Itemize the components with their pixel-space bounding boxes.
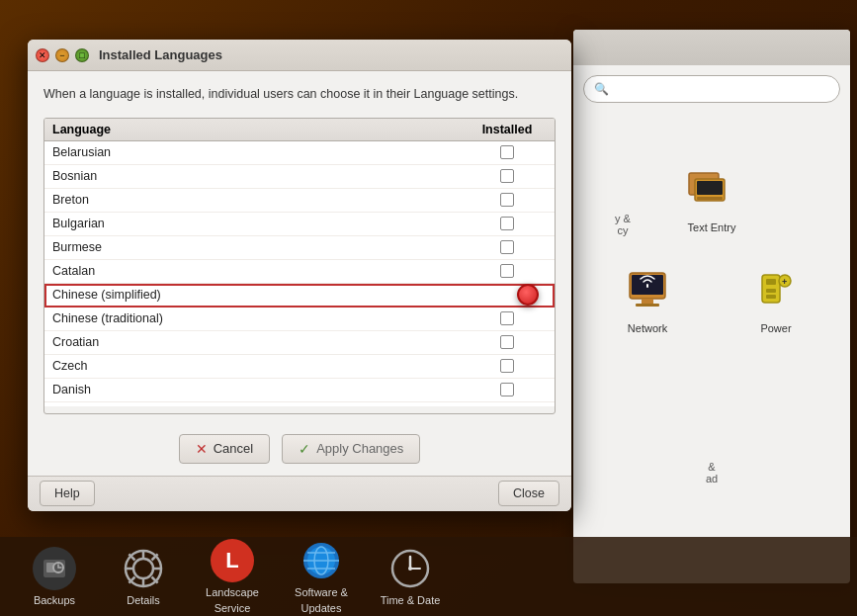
lang-name: Chinese (simplified) bbox=[52, 288, 468, 302]
lang-checkbox-cell bbox=[468, 264, 547, 278]
cancel-button[interactable]: ✕ Cancel bbox=[179, 434, 270, 464]
svg-rect-10 bbox=[766, 289, 776, 293]
taskbar-item-software[interactable]: Software & Updates bbox=[287, 539, 356, 614]
cursor-indicator bbox=[517, 284, 539, 306]
lang-name: Czech bbox=[52, 359, 468, 373]
dialog-description: When a language is installed, individual… bbox=[43, 85, 556, 104]
timedate-label: Time & Date bbox=[381, 594, 441, 606]
timedate-icon bbox=[388, 547, 432, 590]
settings-icon-power[interactable]: + Power bbox=[748, 263, 804, 334]
apply-icon: ✓ bbox=[299, 441, 310, 457]
lang-checkbox-cell bbox=[468, 217, 547, 230]
table-row[interactable]: Bosnian bbox=[44, 165, 555, 189]
taskbar-item-timedate[interactable]: Time & Date bbox=[376, 547, 445, 606]
partial-label-1: y &cy bbox=[583, 213, 662, 236]
svg-rect-2 bbox=[697, 181, 723, 195]
dialog-minimize-btn[interactable]: − bbox=[55, 48, 69, 62]
lang-checkbox-cell bbox=[468, 169, 547, 183]
lang-name: Burmese bbox=[52, 240, 468, 254]
partial-software-area: & ad bbox=[573, 461, 850, 484]
landscape-label: Landscape bbox=[206, 586, 259, 598]
settings-icon-text-entry[interactable]: Text Entry bbox=[684, 162, 739, 233]
power-icon: + bbox=[752, 267, 800, 314]
table-body[interactable]: BelarusianBosnianBretonBulgarianBurmeseC… bbox=[44, 141, 555, 406]
power-label: Power bbox=[760, 322, 791, 334]
lang-name: Bosnian bbox=[52, 169, 468, 183]
lang-name: Belarusian bbox=[52, 145, 468, 159]
svg-rect-6 bbox=[642, 299, 653, 304]
lang-name: Catalan bbox=[52, 264, 468, 278]
lang-name: Danish bbox=[52, 383, 468, 396]
dialog-title: Installed Languages bbox=[99, 47, 222, 62]
checkbox[interactable] bbox=[500, 311, 514, 325]
dialog-footer: ✕ Cancel ✓ Apply Changes bbox=[28, 426, 571, 476]
table-row[interactable]: Belarusian bbox=[44, 141, 555, 165]
language-table: Language Installed BelarusianBosnianBret… bbox=[43, 118, 556, 414]
apply-changes-button[interactable]: ✓ Apply Changes bbox=[282, 434, 420, 464]
dialog-bottom-bar: Help Close bbox=[28, 476, 571, 511]
software-label2: Updates bbox=[301, 602, 342, 614]
svg-text:+: + bbox=[782, 277, 787, 287]
lang-checkbox-cell bbox=[468, 193, 547, 207]
table-row[interactable]: Burmese bbox=[44, 236, 555, 260]
lang-name: Breton bbox=[52, 193, 468, 207]
lang-name: Croatian bbox=[52, 335, 468, 349]
settings-icon-network[interactable]: Network bbox=[620, 263, 675, 334]
table-row[interactable]: Czech bbox=[44, 355, 555, 379]
checkbox[interactable] bbox=[500, 169, 514, 183]
landscape-icon: L bbox=[211, 539, 254, 582]
col-language: Language bbox=[52, 123, 468, 136]
software-label1: Software & bbox=[295, 586, 348, 598]
backups-label: Backups bbox=[34, 594, 75, 606]
table-row[interactable]: Croatian bbox=[44, 331, 555, 355]
dialog-maximize-btn[interactable]: □ bbox=[75, 48, 89, 62]
lang-checkbox-cell bbox=[468, 311, 547, 325]
taskbar-item-details[interactable]: Details bbox=[109, 547, 178, 606]
checkbox[interactable] bbox=[500, 193, 514, 207]
svg-rect-9 bbox=[766, 279, 776, 285]
svg-point-36 bbox=[408, 567, 412, 571]
lang-checkbox-cell bbox=[468, 335, 547, 349]
help-button[interactable]: Help bbox=[40, 481, 95, 506]
lang-checkbox-cell bbox=[468, 359, 547, 373]
settings-panel: 🔍 Text Entry y &cy bbox=[573, 30, 850, 583]
software-icon bbox=[300, 539, 343, 582]
checkbox[interactable] bbox=[500, 240, 514, 254]
settings-search-bar[interactable]: 🔍 bbox=[583, 75, 840, 103]
backups-icon-svg bbox=[40, 554, 69, 583]
lang-name: Chinese (traditional) bbox=[52, 311, 468, 325]
landscape-icon-letter: L bbox=[225, 548, 238, 573]
partial-software-label1: & bbox=[706, 461, 718, 473]
checkbox[interactable] bbox=[500, 383, 514, 396]
taskbar-item-backups[interactable]: Backups bbox=[20, 547, 89, 606]
dialog-close-btn[interactable]: ✕ bbox=[36, 48, 49, 62]
taskbar-item-landscape[interactable]: L Landscape Service bbox=[198, 539, 267, 614]
backups-icon bbox=[33, 547, 76, 590]
svg-rect-3 bbox=[697, 197, 723, 200]
partial-software-label2: ad bbox=[706, 473, 718, 484]
svg-rect-7 bbox=[636, 304, 659, 307]
close-dialog-button[interactable]: Close bbox=[498, 481, 559, 506]
dialog-body: When a language is installed, individual… bbox=[28, 71, 571, 426]
table-row[interactable]: Catalan bbox=[44, 260, 555, 284]
lang-checkbox-cell bbox=[468, 383, 547, 396]
checkbox[interactable] bbox=[500, 217, 514, 230]
details-icon bbox=[122, 547, 165, 590]
settings-header bbox=[573, 30, 850, 65]
table-row[interactable]: Chinese (traditional) bbox=[44, 308, 555, 331]
checkbox[interactable] bbox=[500, 145, 514, 159]
table-row[interactable]: Chinese (simplified) bbox=[44, 284, 555, 308]
table-row[interactable]: Breton bbox=[44, 189, 555, 213]
search-icon: 🔍 bbox=[594, 82, 609, 96]
table-row[interactable]: Dutch bbox=[44, 402, 555, 406]
table-row[interactable]: Bulgarian bbox=[44, 213, 555, 236]
checkbox[interactable] bbox=[500, 335, 514, 349]
power-icon-box: + bbox=[748, 263, 804, 318]
timedate-icon-svg bbox=[390, 549, 430, 588]
network-icon bbox=[624, 267, 671, 314]
checkbox[interactable] bbox=[500, 264, 514, 278]
checkbox[interactable] bbox=[500, 359, 514, 373]
svg-rect-11 bbox=[766, 295, 776, 299]
table-row[interactable]: Danish bbox=[44, 379, 555, 402]
text-entry-label: Text Entry bbox=[688, 221, 736, 233]
